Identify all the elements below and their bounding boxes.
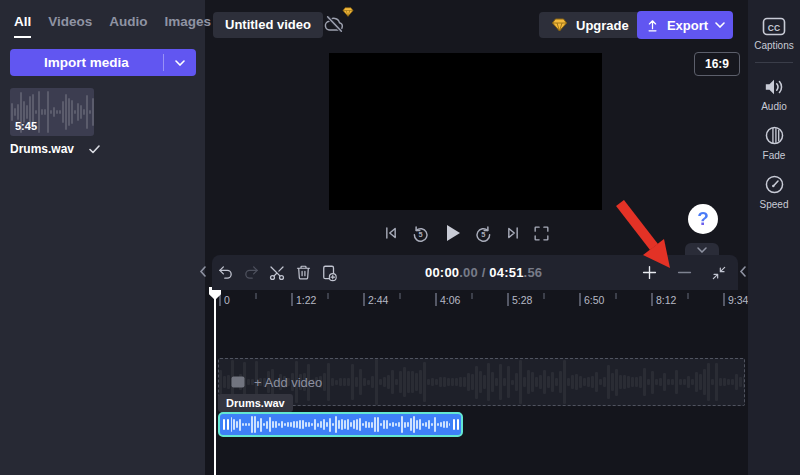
timecode-current: 00:00 xyxy=(425,265,459,280)
library-panel: All Videos Audio Images Import media 5:4… xyxy=(0,0,205,475)
upgrade-button[interactable]: Upgrade xyxy=(539,12,641,38)
timecode-total: 04:51 xyxy=(489,265,523,280)
chevron-down-icon xyxy=(697,247,707,253)
tab-videos[interactable]: Videos xyxy=(48,14,92,38)
timecode-total-frames: .56 xyxy=(524,265,543,280)
gem-icon xyxy=(551,18,568,32)
delete-button[interactable] xyxy=(292,262,314,284)
check-icon xyxy=(89,145,100,154)
tab-images[interactable]: Images xyxy=(165,14,212,38)
fade-icon xyxy=(764,125,785,146)
tool-speed[interactable]: Speed xyxy=(748,168,800,217)
tool-label: Audio xyxy=(761,101,787,112)
video-preview-canvas xyxy=(329,53,602,210)
skip-end-icon xyxy=(503,223,523,243)
trash-icon xyxy=(295,264,312,281)
library-tabs: All Videos Audio Images xyxy=(14,14,211,38)
fullscreen-button[interactable] xyxy=(532,224,551,243)
playback-controls: 5 5 xyxy=(371,219,561,247)
help-button[interactable]: ? xyxy=(688,204,718,234)
project-title[interactable]: Untitled video xyxy=(213,12,323,38)
tool-fade[interactable]: Fade xyxy=(748,119,800,168)
play-button[interactable] xyxy=(440,221,464,245)
play-icon xyxy=(440,221,464,245)
fullscreen-icon xyxy=(532,224,551,243)
chevron-down-icon xyxy=(715,22,725,28)
tool-captions[interactable]: CC Captions xyxy=(748,11,800,58)
plus-icon xyxy=(640,263,659,282)
playhead-line xyxy=(214,287,216,475)
zoom-out-button[interactable] xyxy=(673,262,695,284)
undo-icon xyxy=(217,264,234,281)
import-media-label: Import media xyxy=(10,49,163,76)
skip-to-start-button[interactable] xyxy=(381,223,401,243)
zoom-in-button[interactable] xyxy=(638,262,660,284)
duplicate-plus-icon xyxy=(320,264,338,282)
speed-icon xyxy=(764,174,785,195)
cloud-sync-off-button[interactable] xyxy=(323,13,347,35)
tool-label: Captions xyxy=(754,40,793,51)
forward-5-icon: 5 xyxy=(473,223,494,244)
scissors-icon xyxy=(268,264,286,282)
timecode-current-frames: .00 xyxy=(459,265,478,280)
minus-icon xyxy=(675,263,694,282)
media-filename: Drums.wav xyxy=(10,142,74,156)
aspect-ratio-label: 16:9 xyxy=(705,57,729,71)
gem-badge-icon xyxy=(342,7,354,17)
import-options-button[interactable] xyxy=(164,49,196,76)
export-button[interactable]: Export xyxy=(637,11,733,39)
media-item-drums[interactable]: 5:45 Drums.wav xyxy=(10,88,100,156)
export-label: Export xyxy=(667,18,708,33)
timeline-ruler[interactable]: 01:222:444:065:286:508:129:34 xyxy=(205,290,748,312)
skip-to-end-button[interactable] xyxy=(503,223,523,243)
contract-icon xyxy=(711,265,727,281)
clip-waveform xyxy=(231,415,450,434)
tool-audio[interactable]: Audio xyxy=(748,71,800,119)
split-button[interactable] xyxy=(266,262,288,284)
timecode-separator: / xyxy=(478,265,489,280)
tool-label: Fade xyxy=(763,150,786,161)
import-media-button[interactable]: Import media xyxy=(10,49,196,76)
tab-all[interactable]: All xyxy=(14,14,31,38)
add-video-track[interactable]: + Add video xyxy=(218,358,745,406)
media-thumbnail[interactable]: 5:45 xyxy=(10,88,94,136)
tab-audio[interactable]: Audio xyxy=(109,14,147,38)
aspect-ratio-button[interactable]: 16:9 xyxy=(694,52,740,76)
collapse-right-panel-button[interactable] xyxy=(739,266,747,277)
svg-text:5: 5 xyxy=(419,229,423,238)
video-placeholder-icon xyxy=(231,376,245,388)
rewind-5s-button[interactable]: 5 xyxy=(410,223,431,244)
collapse-left-panel-button[interactable] xyxy=(199,266,207,277)
redo-icon xyxy=(243,264,260,281)
clip-trim-handle-left[interactable] xyxy=(221,417,230,432)
clip-name-label: Drums.wav xyxy=(218,394,293,412)
captions-icon: CC xyxy=(762,17,786,36)
chevron-down-icon xyxy=(175,60,185,66)
upgrade-label: Upgrade xyxy=(576,18,629,33)
tool-label: Speed xyxy=(760,199,789,210)
audio-icon xyxy=(763,77,785,97)
audio-clip[interactable] xyxy=(218,412,463,437)
redo-button[interactable] xyxy=(240,262,262,284)
question-mark-glyph: ? xyxy=(697,208,709,230)
undo-button[interactable] xyxy=(214,262,236,284)
tools-panel: CC Captions Audio Fade Speed xyxy=(748,0,800,475)
add-video-label: + Add video xyxy=(254,375,322,390)
media-duration: 5:45 xyxy=(15,120,37,132)
svg-text:5: 5 xyxy=(481,229,485,238)
upload-icon xyxy=(645,18,660,33)
rewind-5-icon: 5 xyxy=(410,223,431,244)
timecode-display: 00:00.00 / 04:51.56 xyxy=(425,255,542,290)
timeline-area: 01:222:444:065:286:508:129:34 + Add vide… xyxy=(205,290,748,475)
svg-text:CC: CC xyxy=(768,23,780,33)
timeline-toolbar: 00:00.00 / 04:51.56 xyxy=(212,255,738,290)
playhead[interactable] xyxy=(209,287,221,475)
panel-divider xyxy=(755,62,793,63)
skip-start-icon xyxy=(381,223,401,243)
duplicate-button[interactable] xyxy=(318,262,340,284)
forward-5s-button[interactable]: 5 xyxy=(473,223,494,244)
clip-trim-handle-right[interactable] xyxy=(451,417,460,432)
zoom-fit-button[interactable] xyxy=(708,262,730,284)
